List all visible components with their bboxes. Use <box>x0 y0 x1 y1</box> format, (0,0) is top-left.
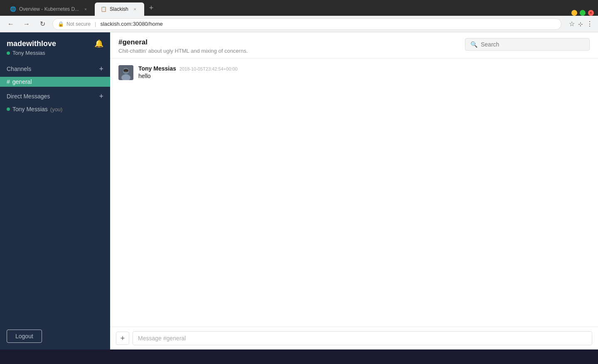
main-content: #general Chit-chattin' about ugly HTML a… <box>110 32 598 349</box>
channel-desc: Chit-chattin' about ugly HTML and mixing… <box>118 48 248 54</box>
tab-bar: 🌐 Overview - Kubernetes D... × 📋 Slackis… <box>0 0 598 16</box>
channels-label: Channels <box>7 66 31 72</box>
address-box[interactable]: 🔒 Not secure | slackish.com:30080/home <box>52 18 561 30</box>
maximize-button[interactable] <box>580 10 586 16</box>
tab-slackish-favicon: 📋 <box>101 6 106 12</box>
app: madewithlove 🔔 Tony Messias Channels + #… <box>0 32 598 349</box>
message-input[interactable] <box>133 331 592 345</box>
tab-slackish-label: Slackish <box>110 6 128 12</box>
channel-title: #general <box>118 38 248 46</box>
minimize-button[interactable] <box>571 10 577 16</box>
address-separator: | <box>95 21 96 27</box>
new-tab-button[interactable]: + <box>146 4 157 12</box>
workspace-name-row: madewithlove 🔔 <box>7 39 103 48</box>
address-bar-actions: ☆ ⊹ ⋮ <box>569 20 593 28</box>
not-secure-text: Not secure <box>66 21 91 27</box>
dm-item-tony[interactable]: Tony Messias (you) <box>0 104 110 114</box>
tab-kubernetes-label: Overview - Kubernetes D... <box>19 6 79 12</box>
address-url: slackish.com:30080/home <box>100 21 162 27</box>
dm-header: Direct Messages + <box>7 93 103 100</box>
sidebar-username: Tony Messias <box>12 50 45 56</box>
channel-info: #general Chit-chattin' about ugly HTML a… <box>118 38 248 54</box>
dm-label: Direct Messages <box>7 93 50 100</box>
dm-status-dot <box>7 107 10 111</box>
add-dm-button[interactable]: + <box>99 93 103 100</box>
message-add-button[interactable]: + <box>116 332 129 345</box>
menu-icon[interactable]: ⋮ <box>586 20 593 28</box>
sidebar-footer: Logout <box>0 323 110 349</box>
channels-header: Channels + <box>7 65 103 73</box>
dm-you-label: (you) <box>50 106 63 112</box>
user-status-row: Tony Messias <box>7 50 103 56</box>
channel-hash-icon: # <box>7 78 10 85</box>
dm-name: Tony Messias <box>12 106 48 112</box>
direct-messages-section: Direct Messages + <box>0 87 110 104</box>
search-icon: 🔍 <box>470 41 477 48</box>
message-input-area: + <box>110 327 598 349</box>
browser-window: 🌐 Overview - Kubernetes D... × 📋 Slackis… <box>0 0 598 349</box>
lock-icon: 🔒 <box>58 21 64 27</box>
channels-section: Channels + <box>0 59 110 77</box>
message-text: hello <box>138 73 238 79</box>
workspace-name: madewithlove <box>7 39 56 48</box>
tab-kubernetes[interactable]: 🌐 Overview - Kubernetes D... × <box>4 2 95 16</box>
search-bar[interactable]: 🔍 <box>465 38 590 51</box>
channel-header: #general Chit-chattin' about ugly HTML a… <box>110 32 598 59</box>
avatar <box>118 65 133 80</box>
address-bar: ← → ↻ 🔒 Not secure | slackish.com:30080/… <box>0 16 598 32</box>
logout-button[interactable]: Logout <box>7 330 42 343</box>
search-input[interactable] <box>481 41 584 48</box>
channel-name-general: general <box>12 78 32 85</box>
message-header: Tony Messias 2018-10-05T23:42:54+00:00 <box>138 65 238 72</box>
back-button[interactable]: ← <box>5 18 17 30</box>
close-button[interactable]: ✕ <box>588 10 594 16</box>
svg-rect-5 <box>123 69 128 72</box>
channel-item-general[interactable]: # general <box>0 77 110 87</box>
bell-icon[interactable]: 🔔 <box>94 39 103 48</box>
bookmark-icon[interactable]: ☆ <box>569 20 575 28</box>
tab-kubernetes-close[interactable]: × <box>82 6 89 12</box>
message-row: Tony Messias 2018-10-05T23:42:54+00:00 h… <box>118 65 590 80</box>
message-author: Tony Messias <box>138 65 176 72</box>
status-dot <box>7 51 10 55</box>
tab-slackish[interactable]: 📋 Slackish × <box>95 2 144 16</box>
sidebar: madewithlove 🔔 Tony Messias Channels + #… <box>0 32 110 349</box>
tab-slackish-close[interactable]: × <box>132 6 138 12</box>
messages-area: Tony Messias 2018-10-05T23:42:54+00:00 h… <box>110 59 598 327</box>
forward-button[interactable]: → <box>21 18 32 30</box>
window-controls: ✕ <box>571 10 594 16</box>
message-body: Tony Messias 2018-10-05T23:42:54+00:00 h… <box>138 65 238 80</box>
reload-button[interactable]: ↻ <box>37 18 48 30</box>
cast-icon[interactable]: ⊹ <box>578 21 583 27</box>
sidebar-header: madewithlove 🔔 Tony Messias <box>0 32 110 59</box>
add-channel-button[interactable]: + <box>99 65 103 73</box>
tab-kubernetes-favicon: 🌐 <box>10 6 16 12</box>
message-time: 2018-10-05T23:42:54+00:00 <box>180 66 238 71</box>
